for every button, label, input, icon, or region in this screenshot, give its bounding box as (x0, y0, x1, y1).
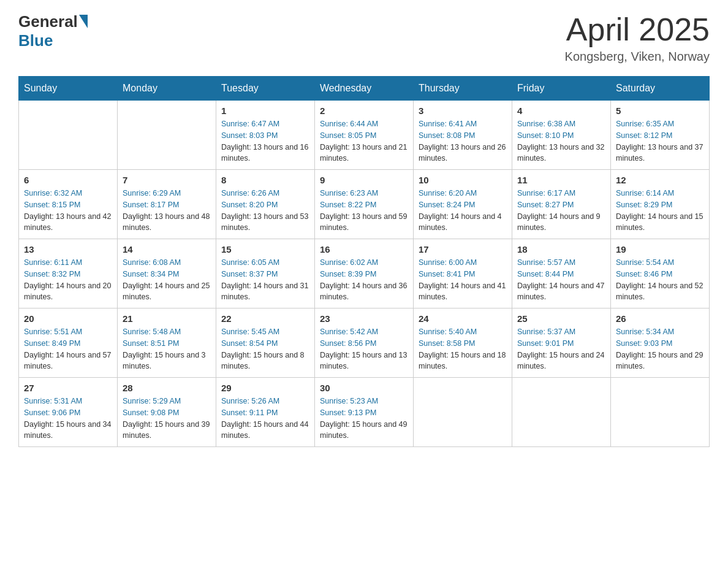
sunrise-text: Sunrise: 6:35 AM (616, 120, 674, 128)
sunrise-text: Sunrise: 5:34 AM (616, 327, 674, 336)
day-cell: 5Sunrise: 6:35 AMSunset: 8:12 PMDaylight… (611, 101, 710, 170)
day-info: Sunrise: 6:14 AMSunset: 8:29 PMDaylight:… (616, 188, 704, 234)
day-info: Sunrise: 6:35 AMSunset: 8:12 PMDaylight:… (616, 118, 704, 164)
sunrise-text: Sunrise: 5:54 AM (616, 258, 674, 267)
sunrise-text: Sunrise: 6:26 AM (221, 189, 279, 197)
daylight-text: Daylight: 15 hours and 24 minutes. (517, 351, 604, 371)
day-number: 21 (123, 313, 211, 324)
sunset-text: Sunset: 9:13 PM (320, 408, 376, 417)
day-cell: 3Sunrise: 6:41 AMSunset: 8:08 PMDaylight… (414, 101, 512, 170)
daylight-text: Daylight: 13 hours and 16 minutes. (221, 143, 308, 163)
day-cell: 26Sunrise: 5:34 AMSunset: 9:03 PMDayligh… (611, 308, 710, 378)
day-info: Sunrise: 5:37 AMSunset: 9:01 PMDaylight:… (517, 326, 605, 372)
day-cell: 19Sunrise: 5:54 AMSunset: 8:46 PMDayligh… (611, 239, 710, 308)
sunset-text: Sunset: 8:08 PM (419, 131, 475, 140)
day-cell: 2Sunrise: 6:44 AMSunset: 8:05 PMDaylight… (315, 101, 414, 170)
day-info: Sunrise: 6:05 AMSunset: 8:37 PMDaylight:… (221, 257, 309, 303)
sunset-text: Sunset: 8:05 PM (320, 131, 376, 140)
sunrise-text: Sunrise: 6:17 AM (517, 189, 575, 197)
sunrise-text: Sunrise: 5:42 AM (320, 327, 378, 336)
col-friday: Friday (512, 77, 611, 101)
day-cell: 13Sunrise: 6:11 AMSunset: 8:32 PMDayligh… (19, 239, 118, 308)
day-cell: 6Sunrise: 6:32 AMSunset: 8:15 PMDaylight… (19, 170, 118, 239)
day-number: 16 (320, 244, 408, 255)
day-cell: 18Sunrise: 5:57 AMSunset: 8:44 PMDayligh… (512, 239, 611, 308)
day-cell (611, 378, 710, 447)
sunset-text: Sunset: 8:49 PM (24, 339, 80, 348)
col-thursday: Thursday (414, 77, 512, 101)
daylight-text: Daylight: 15 hours and 49 minutes. (320, 420, 407, 440)
daylight-text: Daylight: 14 hours and 31 minutes. (221, 282, 308, 302)
daylight-text: Daylight: 13 hours and 42 minutes. (24, 212, 111, 232)
sunset-text: Sunset: 8:17 PM (123, 201, 179, 209)
day-info: Sunrise: 5:57 AMSunset: 8:44 PMDaylight:… (517, 257, 605, 303)
day-number: 29 (221, 383, 309, 393)
day-info: Sunrise: 5:34 AMSunset: 9:03 PMDaylight:… (616, 326, 704, 372)
day-cell: 4Sunrise: 6:38 AMSunset: 8:10 PMDaylight… (512, 101, 611, 170)
week-row-2: 6Sunrise: 6:32 AMSunset: 8:15 PMDaylight… (19, 170, 710, 239)
sunrise-text: Sunrise: 6:23 AM (320, 189, 378, 197)
sunset-text: Sunset: 8:15 PM (24, 201, 80, 209)
location-text: Kongsberg, Viken, Norway (565, 50, 710, 64)
week-row-5: 27Sunrise: 5:31 AMSunset: 9:06 PMDayligh… (19, 378, 710, 447)
day-number: 13 (24, 244, 112, 255)
day-cell: 15Sunrise: 6:05 AMSunset: 8:37 PMDayligh… (216, 239, 315, 308)
month-title: April 2025 (565, 12, 710, 47)
day-info: Sunrise: 6:23 AMSunset: 8:22 PMDaylight:… (320, 188, 408, 234)
daylight-text: Daylight: 15 hours and 29 minutes. (616, 351, 703, 371)
day-info: Sunrise: 5:51 AMSunset: 8:49 PMDaylight:… (24, 326, 112, 372)
day-info: Sunrise: 6:17 AMSunset: 8:27 PMDaylight:… (517, 188, 605, 234)
logo-blue-text: Blue (18, 31, 53, 50)
calendar-table: Sunday Monday Tuesday Wednesday Thursday… (18, 76, 710, 447)
sunrise-text: Sunrise: 5:51 AM (24, 327, 82, 336)
sunset-text: Sunset: 8:20 PM (221, 201, 278, 209)
daylight-text: Daylight: 14 hours and 41 minutes. (419, 282, 506, 302)
day-number: 24 (419, 313, 507, 324)
logo-arrow-icon (79, 15, 88, 28)
day-number: 15 (221, 244, 309, 255)
sunrise-text: Sunrise: 5:23 AM (320, 397, 378, 405)
sunrise-text: Sunrise: 5:40 AM (419, 327, 477, 336)
day-cell: 9Sunrise: 6:23 AMSunset: 8:22 PMDaylight… (315, 170, 414, 239)
day-cell: 1Sunrise: 6:47 AMSunset: 8:03 PMDaylight… (216, 101, 315, 170)
col-monday: Monday (118, 77, 216, 101)
day-number: 5 (616, 105, 704, 116)
sunset-text: Sunset: 8:54 PM (221, 339, 278, 348)
daylight-text: Daylight: 13 hours and 32 minutes. (517, 143, 604, 163)
sunrise-text: Sunrise: 5:37 AM (517, 327, 575, 336)
sunset-text: Sunset: 9:03 PM (616, 339, 672, 348)
sunrise-text: Sunrise: 5:26 AM (221, 397, 279, 405)
day-number: 12 (616, 175, 704, 185)
sunset-text: Sunset: 8:41 PM (419, 270, 475, 278)
sunset-text: Sunset: 8:24 PM (419, 201, 475, 209)
day-cell (118, 101, 216, 170)
day-cell: 16Sunrise: 6:02 AMSunset: 8:39 PMDayligh… (315, 239, 414, 308)
sunrise-text: Sunrise: 5:57 AM (517, 258, 575, 267)
daylight-text: Daylight: 14 hours and 57 minutes. (24, 351, 111, 371)
daylight-text: Daylight: 15 hours and 18 minutes. (419, 351, 506, 371)
day-cell: 21Sunrise: 5:48 AMSunset: 8:51 PMDayligh… (118, 308, 216, 378)
title-section: April 2025 Kongsberg, Viken, Norway (565, 12, 710, 64)
day-number: 10 (419, 175, 507, 185)
day-number: 28 (123, 383, 211, 393)
day-cell: 30Sunrise: 5:23 AMSunset: 9:13 PMDayligh… (315, 378, 414, 447)
col-saturday: Saturday (611, 77, 710, 101)
logo-general-text: General (18, 12, 78, 31)
day-cell: 12Sunrise: 6:14 AMSunset: 8:29 PMDayligh… (611, 170, 710, 239)
calendar-header-row: Sunday Monday Tuesday Wednesday Thursday… (19, 77, 710, 101)
sunset-text: Sunset: 8:46 PM (616, 270, 672, 278)
day-info: Sunrise: 6:00 AMSunset: 8:41 PMDaylight:… (419, 257, 507, 303)
daylight-text: Daylight: 14 hours and 15 minutes. (616, 212, 703, 232)
daylight-text: Daylight: 14 hours and 52 minutes. (616, 282, 703, 302)
day-cell: 17Sunrise: 6:00 AMSunset: 8:41 PMDayligh… (414, 239, 512, 308)
sunset-text: Sunset: 8:22 PM (320, 201, 376, 209)
day-info: Sunrise: 6:47 AMSunset: 8:03 PMDaylight:… (221, 118, 309, 164)
week-row-1: 1Sunrise: 6:47 AMSunset: 8:03 PMDaylight… (19, 101, 710, 170)
day-number: 26 (616, 313, 704, 324)
day-info: Sunrise: 6:38 AMSunset: 8:10 PMDaylight:… (517, 118, 605, 164)
day-info: Sunrise: 5:31 AMSunset: 9:06 PMDaylight:… (24, 396, 112, 442)
day-number: 3 (419, 105, 507, 116)
sunset-text: Sunset: 8:03 PM (221, 131, 278, 140)
day-number: 4 (517, 105, 605, 116)
daylight-text: Daylight: 13 hours and 26 minutes. (419, 143, 506, 163)
